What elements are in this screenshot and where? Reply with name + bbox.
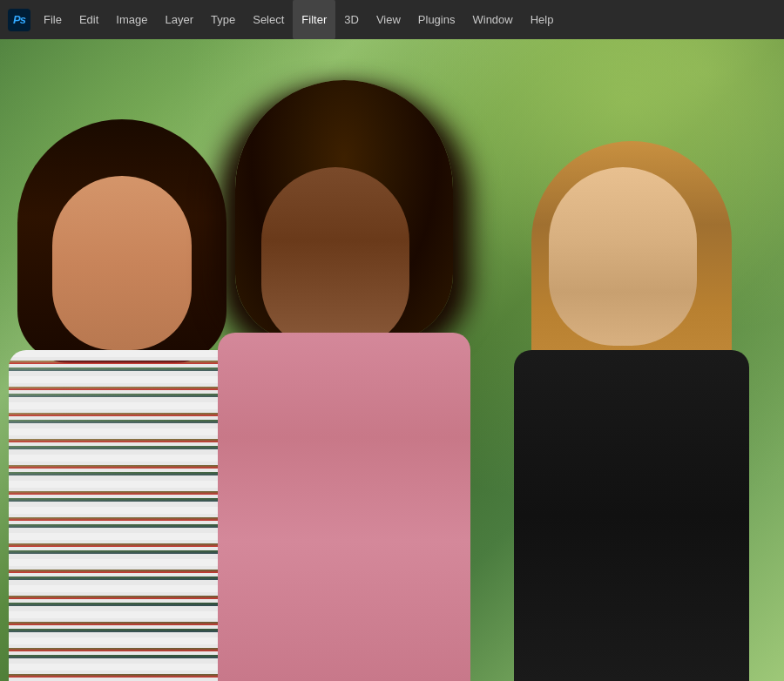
menubar: Ps FileEditImageLayerTypeSelectFilter3DV…	[0, 0, 784, 39]
menu-item-layer[interactable]: Layer	[157, 0, 203, 39]
face-right	[549, 167, 697, 346]
menu-item-edit[interactable]: Edit	[71, 0, 107, 39]
menu-item-type[interactable]: Type	[202, 0, 244, 39]
canvas-area	[0, 39, 784, 681]
photoshop-logo: Ps	[8, 9, 30, 31]
menu-item-image[interactable]: Image	[107, 0, 156, 39]
menu-item-filter[interactable]: Filter	[293, 0, 335, 39]
menu-item-3d[interactable]: 3D	[335, 0, 368, 39]
menu-item-help[interactable]: Help	[522, 0, 563, 39]
menu-item-select[interactable]: Select	[244, 0, 293, 39]
menu-item-file[interactable]: File	[35, 0, 71, 39]
menu-items-container: FileEditImageLayerTypeSelectFilter3DView…	[35, 0, 562, 39]
person-middle	[200, 54, 497, 681]
person-right	[488, 80, 784, 681]
menu-item-view[interactable]: View	[368, 0, 409, 39]
ps-logo: Ps	[3, 0, 35, 39]
face-left	[52, 176, 192, 350]
shirt-right	[514, 350, 749, 681]
menu-item-window[interactable]: Window	[463, 0, 521, 39]
photo-canvas	[0, 39, 784, 681]
menu-item-plugins[interactable]: Plugins	[409, 0, 464, 39]
shirt-middle	[218, 333, 470, 681]
face-middle	[261, 167, 409, 350]
